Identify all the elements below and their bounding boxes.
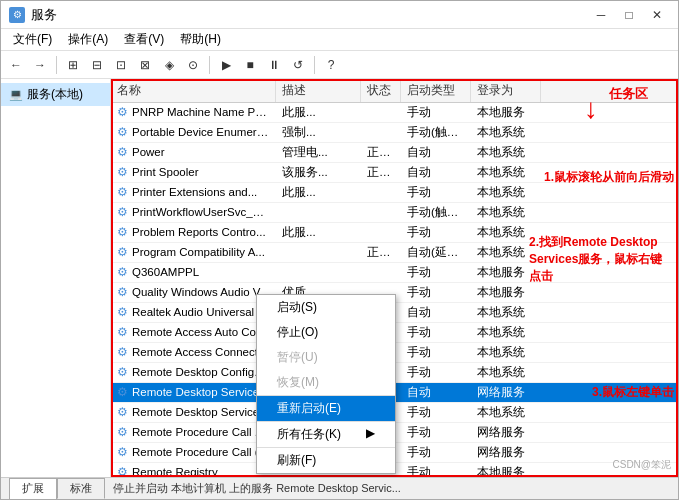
ctx-all-tasks-label: 所有任务(K)	[277, 426, 341, 443]
table-cell: 网络服务	[471, 443, 541, 462]
stop-button[interactable]: ■	[239, 54, 261, 76]
table-row[interactable]: ⚙PNRP Machine Name Pu...此服...手动本地服务	[111, 103, 678, 123]
service-icon: ⚙	[117, 426, 128, 438]
table-cell	[276, 203, 361, 222]
help-button[interactable]: ?	[320, 54, 342, 76]
table-cell	[361, 183, 401, 202]
table-cell: 强制...	[276, 123, 361, 142]
table-cell	[361, 123, 401, 142]
service-icon: ⚙	[117, 206, 128, 218]
service-icon: ⚙	[117, 146, 128, 158]
toolbar-sep3	[314, 56, 315, 74]
toolbar-sep1	[56, 56, 57, 74]
play-button[interactable]: ▶	[215, 54, 237, 76]
service-icon: ⚙	[117, 386, 128, 398]
table-cell: 自动	[401, 303, 471, 322]
table-cell: 手动	[401, 183, 471, 202]
maximize-button[interactable]: □	[616, 4, 642, 26]
toolbar-btn4[interactable]: ⊠	[134, 54, 156, 76]
table-cell: 手动	[401, 103, 471, 122]
table-cell: ⚙Remote Access Auto Co...	[111, 323, 276, 342]
back-button[interactable]: ←	[5, 54, 27, 76]
table-cell: ⚙Remote Access Connecti...	[111, 343, 276, 362]
col-header-desc[interactable]: 描述	[276, 79, 361, 102]
ctx-refresh[interactable]: 刷新(F)	[257, 448, 395, 473]
table-cell	[361, 223, 401, 242]
close-button[interactable]: ✕	[644, 4, 670, 26]
table-cell: 本地系统	[471, 323, 541, 342]
restart-button[interactable]: ↺	[287, 54, 309, 76]
table-row[interactable]: ⚙PrintWorkflowUserSvc_11...手动(触发...本地系统	[111, 203, 678, 223]
col-header-login[interactable]: 登录为	[471, 79, 541, 102]
toolbar-btn6[interactable]: ⊙	[182, 54, 204, 76]
table-cell: ⚙Problem Reports Contro...	[111, 223, 276, 242]
table-cell: ⚙Remote Desktop Configu...	[111, 363, 276, 382]
tree-item-label: 服务(本地)	[27, 86, 83, 103]
left-panel: 💻 服务(本地)	[1, 79, 111, 477]
menu-file[interactable]: 文件(F)	[5, 29, 60, 50]
table-cell: 手动	[401, 263, 471, 282]
menu-bar: 文件(F) 操作(A) 查看(V) 帮助(H)	[1, 29, 678, 51]
table-cell: ⚙Power	[111, 143, 276, 162]
minimize-button[interactable]: ─	[588, 4, 614, 26]
table-cell	[276, 243, 361, 262]
col-header-name[interactable]: 名称	[111, 79, 276, 102]
service-icon: ⚙	[117, 446, 128, 458]
tab-standard[interactable]: 标准	[57, 478, 105, 499]
ctx-start[interactable]: 启动(S)	[257, 295, 395, 320]
table-cell: ⚙PrintWorkflowUserSvc_11...	[111, 203, 276, 222]
toolbar-btn3[interactable]: ⊡	[110, 54, 132, 76]
table-cell: ⚙Print Spooler	[111, 163, 276, 182]
table-cell: 本地系统	[471, 223, 541, 242]
menu-help[interactable]: 帮助(H)	[172, 29, 229, 50]
ctx-submenu-arrow: ▶	[366, 426, 375, 443]
col-header-startup[interactable]: 启动类型	[401, 79, 471, 102]
service-icon: ⚙	[117, 226, 128, 238]
toolbar-btn2[interactable]: ⊟	[86, 54, 108, 76]
table-cell: 本地系统	[471, 163, 541, 182]
table-row[interactable]: ⚙Program Compatibility A...正在运行自动(延迟...本…	[111, 243, 678, 263]
menu-action[interactable]: 操作(A)	[60, 29, 116, 50]
ctx-stop[interactable]: 停止(O)	[257, 320, 395, 345]
window-icon: ⚙	[9, 7, 25, 23]
service-icon: ⚙	[117, 466, 128, 477]
ctx-restart[interactable]: 重新启动(E)	[257, 396, 395, 421]
toolbar: ← → ⊞ ⊟ ⊡ ⊠ ◈ ⊙ ▶ ■ ⏸ ↺ ?	[1, 51, 678, 79]
service-icon: ⚙	[117, 106, 128, 118]
service-icon: ⚙	[117, 346, 128, 358]
table-cell: ⚙Remote Desktop Service...	[111, 403, 276, 422]
service-icon: ⚙	[117, 186, 128, 198]
col-header-status[interactable]: 状态	[361, 79, 401, 102]
pause-button[interactable]: ⏸	[263, 54, 285, 76]
table-row[interactable]: ⚙Problem Reports Contro...此服...手动本地系统	[111, 223, 678, 243]
table-row[interactable]: ⚙Q360AMPPL手动本地服务	[111, 263, 678, 283]
service-icon: ⚙	[117, 406, 128, 418]
menu-view[interactable]: 查看(V)	[116, 29, 172, 50]
service-icon: ⚙	[117, 246, 128, 258]
table-row[interactable]: ⚙Power管理电...正在运行自动本地系统	[111, 143, 678, 163]
table-header: 名称 描述 状态 启动类型 登录为	[111, 79, 678, 103]
table-row[interactable]: ⚙Printer Extensions and...此服...手动本地系统	[111, 183, 678, 203]
title-bar: ⚙ 服务 ─ □ ✕	[1, 1, 678, 29]
toolbar-sep2	[209, 56, 210, 74]
toolbar-btn1[interactable]: ⊞	[62, 54, 84, 76]
table-cell: ⚙Program Compatibility A...	[111, 243, 276, 262]
table-cell	[276, 263, 361, 282]
table-cell: 手动	[401, 403, 471, 422]
tab-extended[interactable]: 扩展	[9, 478, 57, 499]
table-cell: 手动	[401, 443, 471, 462]
main-area: 💻 服务(本地) 名称 描述 状态 启动类型 登录为 ⚙PNRP Machine…	[1, 79, 678, 477]
ctx-resume: 恢复(M)	[257, 370, 395, 395]
service-icon: ⚙	[117, 266, 128, 278]
forward-button[interactable]: →	[29, 54, 51, 76]
tree-item-local[interactable]: 💻 服务(本地)	[1, 83, 110, 106]
table-row[interactable]: ⚙Portable Device Enumera...强制...手动(触发...…	[111, 123, 678, 143]
table-cell	[361, 263, 401, 282]
table-cell: 本地系统	[471, 363, 541, 382]
table-cell: 本地系统	[471, 203, 541, 222]
table-row[interactable]: ⚙Print Spooler该服务...正在运行自动本地系统	[111, 163, 678, 183]
ctx-all-tasks[interactable]: 所有任务(K) ▶	[257, 422, 395, 447]
table-cell: ⚙Printer Extensions and...	[111, 183, 276, 202]
toolbar-btn5[interactable]: ◈	[158, 54, 180, 76]
table-cell: ⚙PNRP Machine Name Pu...	[111, 103, 276, 122]
